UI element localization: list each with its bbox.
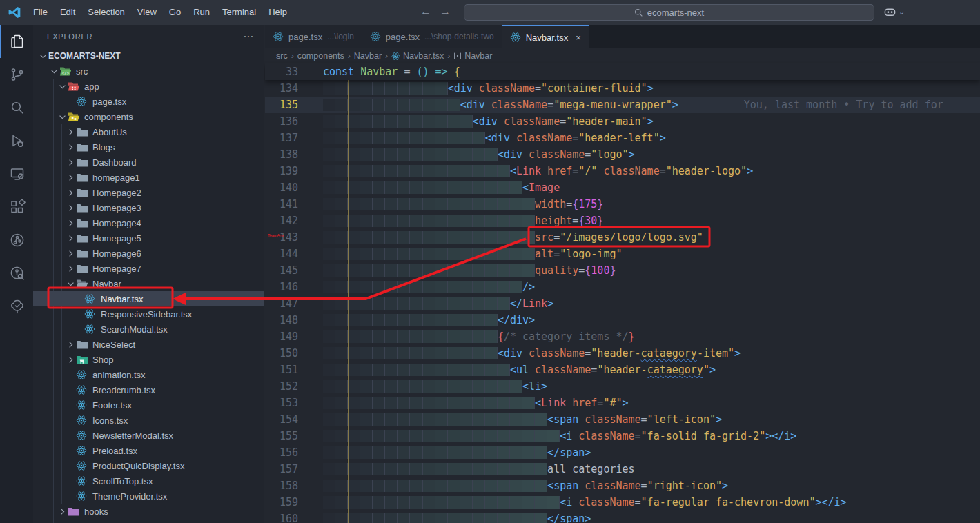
code-line-142[interactable]: 142 height={30} xyxy=(265,213,980,229)
code-line-153[interactable]: 153 <Link href="#"> xyxy=(265,395,980,411)
tree-item-homepage1[interactable]: homepage1 xyxy=(33,170,264,185)
chevron-right-icon[interactable] xyxy=(65,233,76,244)
code-line-137[interactable]: 137 <div className="header-left"> xyxy=(265,130,980,146)
code-line-148[interactable]: 148 </div> xyxy=(265,312,980,328)
tree-item-scrolltotop-tsx[interactable]: ScrollToTop.tsx xyxy=(33,473,264,489)
copilot-button[interactable]: ⌄ xyxy=(883,6,905,19)
tree-item-components[interactable]: components xyxy=(33,109,264,124)
tree-item-project-root[interactable]: ECOMARTS-NEXT xyxy=(33,48,264,63)
line-number[interactable]: 135 xyxy=(265,97,313,113)
line-number[interactable]: 142 xyxy=(265,213,313,229)
line-number[interactable]: 136 xyxy=(265,113,313,130)
tree-item-homepage3[interactable]: Homepage3 xyxy=(33,200,264,215)
tab-navbar-tsx[interactable]: Navbar.tsx× xyxy=(502,25,589,48)
chevron-right-icon[interactable] xyxy=(65,263,76,274)
code-line-147[interactable]: 147 </Link> xyxy=(265,295,980,312)
line-number[interactable]: 146 xyxy=(265,279,313,295)
commit-graph-icon[interactable] xyxy=(0,224,33,257)
tree-item-breadcrumb-tsx[interactable]: Breadcrumb.tsx xyxy=(33,382,264,397)
code-line-157[interactable]: 157 all categories xyxy=(265,461,980,477)
tree-item-src[interactable]: </>src xyxy=(33,63,264,79)
menu-item-go[interactable]: Go xyxy=(163,7,187,17)
tree-item-themeprovider-tsx[interactable]: ThemeProvider.tsx xyxy=(33,489,264,504)
breadcrumb-item-navbar[interactable]: Navbar xyxy=(453,51,492,61)
line-number[interactable]: 148 xyxy=(265,312,313,328)
menu-item-help[interactable]: Help xyxy=(262,7,293,17)
line-number[interactable]: 157 xyxy=(265,461,313,477)
tree-item-homepage2[interactable]: Homepage2 xyxy=(33,185,264,200)
more-actions-icon[interactable]: ⋯ xyxy=(243,30,254,43)
code-line-145[interactable]: 145 quality={100} xyxy=(265,262,980,279)
command-center-search[interactable]: ecomarts-next xyxy=(464,4,874,21)
tree-item-searchmodal-tsx[interactable]: SearchModal.tsx xyxy=(33,322,264,337)
code-line-158[interactable]: 158 <span className="right-icon"> xyxy=(265,477,980,494)
code-line-135[interactable]: 135 <div className="mega-menu-wrapper">Y… xyxy=(265,97,980,113)
line-number[interactable]: 141 xyxy=(265,196,313,213)
tree-item-hooks[interactable]: hooks xyxy=(33,504,264,519)
source-control-icon[interactable] xyxy=(0,58,33,91)
line-number[interactable]: 33 xyxy=(265,63,313,80)
tree-item-animation-tsx[interactable]: animation.tsx xyxy=(33,367,264,382)
code-line-149[interactable]: 149 {/* category items */} xyxy=(265,328,980,345)
tree-item-shop[interactable]: Shop xyxy=(33,352,264,367)
line-number[interactable]: 149 xyxy=(265,328,313,345)
code-line-138[interactable]: 138 <div className="logo"> xyxy=(265,146,980,163)
tree-item-homepage4[interactable]: Homepage4 xyxy=(33,215,264,230)
tab-page-tsx-shop-details-two[interactable]: page.tsx...\shop-details-two xyxy=(362,25,502,48)
menu-item-file[interactable]: File xyxy=(27,7,54,17)
nav-back-icon[interactable]: ← xyxy=(417,0,435,25)
tree-item-newslettermodal-tsx[interactable]: NewsletterModal.tsx xyxy=(33,428,264,443)
close-icon[interactable]: × xyxy=(576,32,581,43)
line-number[interactable]: 144 xyxy=(265,246,313,262)
chevron-right-icon[interactable] xyxy=(65,354,76,365)
line-number[interactable]: 145 xyxy=(265,262,313,279)
line-number[interactable]: 140 xyxy=(265,179,313,196)
chevron-right-icon[interactable] xyxy=(65,126,76,137)
line-number[interactable]: 139 xyxy=(265,163,313,179)
line-number[interactable]: 153 xyxy=(265,395,313,411)
testing-icon[interactable] xyxy=(0,290,33,323)
line-number[interactable]: 137 xyxy=(265,130,313,146)
code-line-155[interactable]: 155 <i className="fa-solid fa-grid-2"></… xyxy=(265,428,980,444)
tree-item-productquicdisplay-tsx[interactable]: ProductQuicDisplay.tsx xyxy=(33,458,264,473)
remote-explorer-icon[interactable] xyxy=(0,157,33,190)
line-number[interactable]: 155 xyxy=(265,428,313,444)
code-line-136[interactable]: 136 <div className="header-main"> xyxy=(265,113,980,130)
code-line-33[interactable]: 33const Navbar = () => { xyxy=(265,63,980,80)
code-line-152[interactable]: 152 <li> xyxy=(265,378,980,395)
chevron-right-icon[interactable] xyxy=(65,339,76,350)
code-line-159[interactable]: 159 <i className="fa-regular fa-chevron-… xyxy=(265,494,980,511)
code-line-141[interactable]: 141 width={175} xyxy=(265,196,980,213)
chevron-right-icon[interactable] xyxy=(65,172,76,183)
chevron-down-icon[interactable] xyxy=(65,278,76,289)
menu-item-terminal[interactable]: Terminal xyxy=(216,7,262,17)
code-line-140[interactable]: 140 <Image xyxy=(265,179,980,196)
chevron-right-icon[interactable] xyxy=(65,141,76,152)
tree-item-homepage7[interactable]: Homepage7 xyxy=(33,261,264,276)
chevron-down-icon[interactable] xyxy=(48,66,59,77)
tree-item-dashboard[interactable]: Dashboard xyxy=(33,155,264,170)
chevron-right-icon[interactable] xyxy=(65,187,76,198)
tree-item-niceselect[interactable]: NiceSelect xyxy=(33,337,264,352)
breadcrumb-item-components[interactable]: components xyxy=(297,51,344,61)
line-number[interactable]: 150 xyxy=(265,345,313,362)
chevron-right-icon[interactable] xyxy=(65,202,76,213)
line-number[interactable]: 152 xyxy=(265,378,313,395)
menu-item-view[interactable]: View xyxy=(131,7,163,17)
tab-page-tsx-login[interactable]: page.tsx...\login xyxy=(265,25,362,48)
tree-item-aboutus[interactable]: AboutUs xyxy=(33,124,264,139)
line-number[interactable]: 160 xyxy=(265,511,313,523)
tree-item-responsivesidebar-tsx[interactable]: ResponsiveSidebar.tsx xyxy=(33,306,264,322)
breadcrumb-item-navbar-tsx[interactable]: Navbar.tsx xyxy=(391,51,444,61)
tree-item-footer-tsx[interactable]: Footer.tsx xyxy=(33,397,264,413)
line-number[interactable]: 134 xyxy=(265,80,313,97)
line-number[interactable]: 143 xyxy=(265,229,313,246)
chevron-down-icon[interactable] xyxy=(57,111,68,122)
chevron-right-icon[interactable] xyxy=(65,217,76,228)
tree-item-app[interactable]: app xyxy=(33,79,264,94)
search-icon[interactable] xyxy=(0,91,33,124)
code-line-146[interactable]: 146 /> xyxy=(265,279,980,295)
line-number[interactable]: 138 xyxy=(265,146,313,163)
code-line-156[interactable]: 156 </span> xyxy=(265,444,980,461)
line-number[interactable]: 147 xyxy=(265,295,313,312)
